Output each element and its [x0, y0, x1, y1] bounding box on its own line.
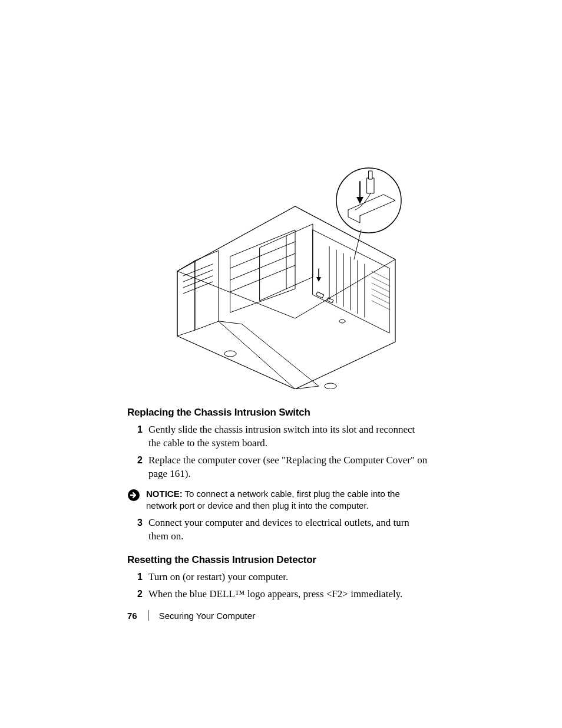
- step-item: 1 Gently slide the chassis intrusion swi…: [127, 423, 428, 450]
- svg-line-22: [372, 277, 389, 286]
- steps-resetting: 1 Turn on (or restart) your computer. 2 …: [127, 571, 428, 601]
- steps-replacing: 1 Gently slide the chassis intrusion swi…: [127, 423, 428, 481]
- svg-marker-7: [219, 321, 319, 389]
- step-number: 3: [127, 516, 148, 529]
- svg-line-6: [183, 282, 213, 294]
- step-item: 2 When the blue DELL™ logo appears, pres…: [127, 588, 428, 601]
- content-column: Replacing the Chassis Intrusion Switch 1…: [127, 153, 428, 608]
- step-text: Turn on (or restart) your computer.: [148, 571, 428, 584]
- svg-line-25: [372, 295, 389, 304]
- step-text: Connect your computer and devices to ele…: [148, 516, 428, 543]
- step-number: 2: [127, 454, 148, 467]
- footer-divider: [148, 610, 148, 621]
- step-text: When the blue DELL™ logo appears, press …: [148, 588, 428, 601]
- step-item: 3 Connect your computer and devices to e…: [127, 516, 428, 543]
- step-text: Replace the computer cover (see "Replaci…: [148, 454, 428, 481]
- svg-rect-34: [367, 178, 374, 193]
- step-number: 2: [127, 588, 148, 601]
- svg-line-24: [372, 289, 389, 298]
- svg-line-4: [183, 270, 213, 282]
- notice-text: To connect a network cable, first plug t…: [146, 489, 400, 510]
- chassis-illustration: [142, 153, 413, 389]
- step-item: 1 Turn on (or restart) your computer.: [127, 571, 428, 584]
- page-number: 76: [127, 611, 137, 621]
- svg-marker-1: [177, 261, 195, 336]
- svg-point-28: [325, 383, 336, 389]
- step-item: 2 Replace the computer cover (see "Repla…: [127, 454, 428, 481]
- notice-arrow-icon: [127, 489, 140, 502]
- svg-marker-39: [316, 277, 321, 282]
- svg-line-11: [230, 265, 295, 292]
- svg-line-10: [230, 253, 295, 280]
- page: Replacing the Chassis Intrusion Switch 1…: [0, 0, 562, 728]
- svg-line-33: [354, 230, 361, 259]
- footer-section-title: Securing Your Computer: [159, 611, 255, 621]
- svg-line-26: [372, 301, 389, 309]
- notice-body: NOTICE: To connect a network cable, firs…: [144, 488, 428, 512]
- svg-line-23: [372, 283, 389, 292]
- step-text: Gently slide the chassis intrusion switc…: [148, 423, 428, 450]
- step-number: 1: [127, 571, 148, 584]
- heading-replacing: Replacing the Chassis Intrusion Switch: [127, 407, 428, 419]
- step-number: 1: [127, 423, 148, 436]
- svg-line-21: [372, 271, 389, 280]
- svg-rect-35: [369, 171, 372, 179]
- page-footer: 76 Securing Your Computer: [127, 610, 255, 621]
- steps-replacing-cont: 3 Connect your computer and devices to e…: [127, 516, 428, 543]
- svg-marker-2: [195, 251, 219, 330]
- svg-point-31: [339, 319, 345, 323]
- svg-point-27: [224, 351, 236, 357]
- svg-line-5: [183, 276, 213, 288]
- svg-line-9: [230, 242, 295, 268]
- heading-resetting: Resetting the Chassis Intrusion Detector: [127, 554, 428, 566]
- notice-label: NOTICE:: [146, 489, 183, 499]
- svg-marker-14: [313, 230, 389, 333]
- svg-marker-8: [230, 230, 295, 312]
- notice-block: NOTICE: To connect a network cable, firs…: [127, 488, 428, 512]
